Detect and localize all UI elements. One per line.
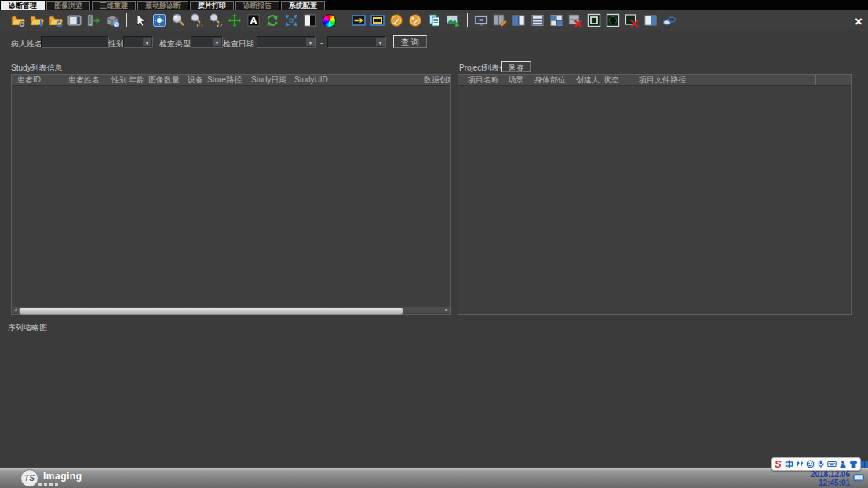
measure-draw-1-icon[interactable] bbox=[388, 13, 404, 28]
color-palette-icon[interactable] bbox=[323, 14, 336, 27]
column-header[interactable]: Study日期 bbox=[251, 75, 294, 85]
query-button[interactable]: 查 询 bbox=[393, 35, 427, 48]
shape-delete-icon[interactable] bbox=[624, 13, 640, 28]
column-header[interactable]: 项目文件路径 bbox=[639, 75, 851, 85]
close-icon[interactable]: × bbox=[852, 16, 865, 28]
column-header[interactable]: 创建人 bbox=[576, 75, 604, 85]
text-annotation-icon[interactable]: A bbox=[246, 13, 261, 28]
open-study-folder-icon[interactable] bbox=[10, 13, 26, 28]
scrollbar-thumb[interactable] bbox=[19, 308, 403, 315]
chinese-mode-icon[interactable] bbox=[785, 460, 793, 468]
zoom-icon[interactable] bbox=[170, 13, 186, 28]
toolbar-separator bbox=[126, 13, 127, 27]
column-header[interactable]: 性别 bbox=[111, 75, 129, 85]
zoom-1to1-icon[interactable]: 1:1 bbox=[189, 13, 205, 28]
chevron-down-icon: ▼ bbox=[376, 38, 385, 46]
column-header[interactable]: 患者姓名 bbox=[68, 75, 111, 85]
layout-close-icon[interactable] bbox=[567, 13, 583, 28]
ime-toolbar: S bbox=[771, 457, 861, 471]
window-preset-2-icon[interactable] bbox=[370, 13, 385, 28]
window-preset-1-icon[interactable] bbox=[351, 13, 367, 28]
series-thumbnail-area[interactable] bbox=[0, 333, 868, 467]
save-button[interactable]: 保 存 bbox=[501, 61, 531, 72]
column-header[interactable]: 年龄 bbox=[129, 75, 148, 85]
svg-text:x2: x2 bbox=[217, 23, 223, 29]
save-image-icon[interactable] bbox=[445, 13, 461, 28]
exam-type-label: 检查类型 bbox=[159, 38, 191, 49]
sync-folder-icon[interactable] bbox=[48, 13, 64, 28]
fit-window-icon[interactable] bbox=[283, 13, 299, 28]
project-table-header: 项目名称 场景 身体部位 创建人 状态 项目文件路径 bbox=[458, 75, 851, 86]
logo-name: Imaging bbox=[43, 472, 82, 481]
column-divider[interactable] bbox=[815, 75, 816, 85]
column-header[interactable]: 设备 bbox=[188, 75, 207, 85]
patient-name-input[interactable] bbox=[41, 36, 109, 48]
shape-rectangle-icon[interactable] bbox=[586, 13, 602, 28]
layout-grid-icon[interactable] bbox=[549, 13, 564, 28]
study-table: 患者ID 患者姓名 性别 年龄 图像数量 设备 Store路径 Study日期 … bbox=[11, 74, 451, 315]
column-header[interactable]: 场景 bbox=[508, 75, 534, 85]
export-study-icon[interactable] bbox=[86, 13, 101, 28]
taskbar-time: 12:45:01 bbox=[811, 479, 850, 487]
main-tab-bar: 诊断管理 图像浏览 三维重建 颈动脉诊断 胶片打印 诊断报告 系统配置 bbox=[0, 0, 868, 10]
toolbar-separator bbox=[684, 13, 684, 27]
menu-grid-icon[interactable] bbox=[860, 460, 868, 468]
scroll-left-icon[interactable]: ◄ bbox=[13, 307, 19, 313]
toolbox-icon[interactable] bbox=[839, 460, 847, 468]
column-header[interactable]: 身体部位 bbox=[534, 75, 576, 85]
chevron-down-icon: ▼ bbox=[213, 38, 221, 46]
exam-date-to-select[interactable]: ▼ bbox=[327, 36, 386, 48]
column-header[interactable]: Store路径 bbox=[207, 75, 251, 85]
zoom-x2-icon[interactable]: x2 bbox=[208, 13, 224, 28]
patient-name-label: 病人姓名 bbox=[11, 38, 42, 49]
study-panel-title: Study列表信息 bbox=[11, 63, 63, 74]
taskbar-clock: 2018.12.06 12:45:01 bbox=[811, 470, 850, 487]
monitor-layout-icon[interactable] bbox=[473, 13, 489, 28]
svg-text:A: A bbox=[250, 16, 257, 26]
tray-display-icon[interactable] bbox=[853, 474, 864, 483]
exam-type-select[interactable]: ▼ bbox=[191, 36, 223, 48]
gender-label: 性别 bbox=[108, 38, 124, 49]
series-link-icon[interactable] bbox=[662, 13, 677, 28]
film-viewer-icon[interactable] bbox=[67, 13, 82, 28]
sogou-logo[interactable]: S bbox=[775, 459, 782, 469]
layout-two-column-icon[interactable] bbox=[511, 13, 527, 28]
skin-icon[interactable] bbox=[849, 460, 858, 468]
toolbar-separator bbox=[467, 13, 468, 27]
cursor-icon[interactable] bbox=[133, 13, 148, 28]
auto-window-icon[interactable] bbox=[151, 13, 167, 28]
date-range-separator: - bbox=[320, 38, 323, 47]
measure-draw-2-icon[interactable] bbox=[407, 13, 423, 28]
rotate-icon[interactable] bbox=[264, 13, 280, 28]
scroll-right-icon[interactable]: ► bbox=[443, 307, 450, 313]
archive-database-icon[interactable] bbox=[104, 13, 120, 28]
column-header[interactable]: 图像数量 bbox=[148, 75, 188, 85]
column-header[interactable]: 状态 bbox=[604, 75, 639, 85]
split-panel-icon[interactable] bbox=[643, 13, 658, 28]
punctuation-icon[interactable] bbox=[796, 460, 804, 468]
shape-ellipse-icon[interactable] bbox=[605, 13, 621, 28]
exam-date-from-select[interactable]: ▼ bbox=[257, 36, 316, 48]
microphone-icon[interactable] bbox=[817, 460, 825, 468]
pan-icon[interactable] bbox=[227, 13, 243, 28]
study-table-header: 患者ID 患者姓名 性别 年龄 图像数量 设备 Store路径 Study日期 … bbox=[12, 75, 450, 86]
study-table-hscrollbar[interactable]: ◄ ► bbox=[13, 307, 450, 313]
copy-report-icon[interactable] bbox=[426, 13, 442, 28]
project-table: 项目名称 场景 身体部位 创建人 状态 项目文件路径 bbox=[458, 74, 852, 315]
column-header[interactable]: 患者ID bbox=[12, 75, 68, 85]
invert-icon[interactable] bbox=[302, 13, 318, 28]
column-header[interactable]: StudyUID bbox=[294, 75, 412, 85]
series-thumbnail-title: 序列缩略图 bbox=[8, 322, 47, 333]
column-header[interactable]: 项目名称 bbox=[458, 75, 508, 85]
layout-edit-icon[interactable] bbox=[492, 13, 508, 28]
column-header[interactable]: 数据创建 bbox=[412, 75, 450, 85]
import-folder-icon[interactable] bbox=[29, 13, 45, 28]
main-toolbar: 1:1 x2 A bbox=[0, 10, 868, 31]
gender-select[interactable]: ▼ bbox=[123, 36, 153, 48]
soft-keyboard-icon[interactable] bbox=[827, 460, 837, 468]
logo-badge: TS bbox=[20, 469, 38, 487]
emoji-icon[interactable] bbox=[806, 460, 815, 468]
exam-date-label: 检查日期 bbox=[223, 38, 254, 49]
layout-rows-icon[interactable] bbox=[530, 13, 545, 28]
app-logo: TS Imaging bbox=[20, 469, 82, 487]
